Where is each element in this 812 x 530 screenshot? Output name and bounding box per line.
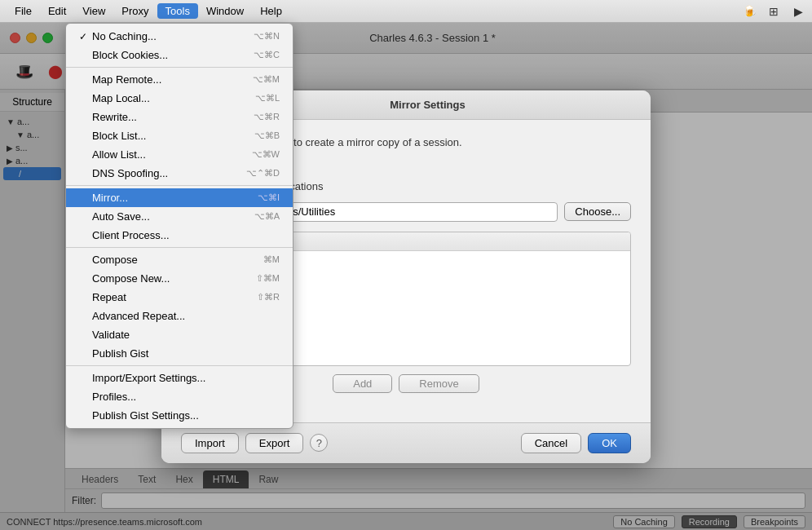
menu-item-map-remote[interactable]: Map Remote... ⌥⌘M bbox=[66, 70, 293, 89]
menu-label-no-caching: No Caching... bbox=[92, 30, 247, 42]
shortcut-no-caching: ⌥⌘N bbox=[254, 31, 280, 42]
menu-item-profiles[interactable]: Profiles... bbox=[66, 387, 293, 406]
menu-item-auto-save[interactable]: Auto Save... ⌥⌘A bbox=[66, 207, 293, 226]
menubar-item-view[interactable]: View bbox=[74, 3, 113, 19]
menu-item-rewrite[interactable]: Rewrite... ⌥⌘R bbox=[66, 108, 293, 126]
ok-button[interactable]: OK bbox=[588, 433, 631, 453]
menu-item-compose[interactable]: Compose ⌘M bbox=[66, 250, 293, 269]
menubar-icon-2: ⊞ bbox=[766, 4, 781, 19]
menu-item-publish-gist[interactable]: Publish Gist bbox=[66, 344, 293, 363]
footer-right: Cancel OK bbox=[521, 433, 631, 453]
menu-item-no-caching[interactable]: ✓ No Caching... ⌥⌘N bbox=[66, 27, 293, 46]
menubar-item-tools[interactable]: Tools bbox=[157, 3, 198, 19]
menu-item-allow-list[interactable]: Allow List... ⌥⌘W bbox=[66, 145, 293, 164]
menubar-item-help[interactable]: Help bbox=[252, 3, 290, 19]
footer-left: Import Export bbox=[181, 433, 303, 453]
menu-item-validate[interactable]: Validate bbox=[66, 325, 293, 344]
menubar-right-icons: 🍺 ⊞ ▶ bbox=[742, 4, 805, 19]
menu-item-dns-spoofing[interactable]: DNS Spoofing... ⌥⌃⌘D bbox=[66, 164, 293, 183]
menubar-icon-3: ▶ bbox=[791, 4, 805, 19]
menu-item-publish-gist-settings[interactable]: Publish Gist Settings... bbox=[66, 406, 293, 425]
check-icon-no-caching: ✓ bbox=[79, 31, 92, 42]
menubar-item-file[interactable]: File bbox=[7, 3, 40, 19]
remove-location-button[interactable]: Remove bbox=[399, 374, 479, 393]
menu-item-repeat[interactable]: Repeat ⇧⌘R bbox=[66, 288, 293, 307]
menubar-item-edit[interactable]: Edit bbox=[40, 3, 74, 19]
menu-label-mirror: Mirror... bbox=[92, 192, 251, 204]
menu-label-block-cookies: Block Cookies... bbox=[92, 49, 247, 61]
separator-3 bbox=[66, 247, 293, 248]
separator-1 bbox=[66, 67, 293, 68]
menu-item-advanced-repeat[interactable]: Advanced Repeat... bbox=[66, 307, 293, 325]
add-location-button[interactable]: Add bbox=[333, 374, 392, 393]
menu-item-block-list[interactable]: Block List... ⌥⌘B bbox=[66, 126, 293, 145]
choose-button[interactable]: Choose... bbox=[564, 202, 631, 221]
separator-4 bbox=[66, 365, 293, 366]
menubar-item-proxy[interactable]: Proxy bbox=[113, 3, 157, 19]
menu-item-import-export[interactable]: Import/Export Settings... bbox=[66, 369, 293, 387]
import-button[interactable]: Import bbox=[181, 433, 239, 453]
tools-dropdown-menu: ✓ No Caching... ⌥⌘N Block Cookies... ⌥⌘C… bbox=[65, 23, 293, 429]
menubar-icon-1: 🍺 bbox=[742, 4, 757, 19]
shortcut-block-cookies: ⌥⌘C bbox=[254, 50, 280, 60]
menubar: File Edit View Proxy Tools Window Help 🍺… bbox=[0, 0, 812, 23]
export-button[interactable]: Export bbox=[245, 433, 304, 453]
menubar-item-window[interactable]: Window bbox=[198, 3, 252, 19]
menu-item-compose-new[interactable]: Compose New... ⇧⌘M bbox=[66, 269, 293, 288]
cancel-button[interactable]: Cancel bbox=[521, 433, 581, 453]
separator-2 bbox=[66, 185, 293, 186]
help-button[interactable]: ? bbox=[310, 434, 328, 452]
menu-item-client-process[interactable]: Client Process... bbox=[66, 226, 293, 245]
menu-item-map-local[interactable]: Map Local... ⌥⌘L bbox=[66, 89, 293, 108]
menu-item-block-cookies[interactable]: Block Cookies... ⌥⌘C bbox=[66, 46, 293, 64]
menu-item-mirror[interactable]: Mirror... ⌥⌘I bbox=[66, 188, 293, 207]
